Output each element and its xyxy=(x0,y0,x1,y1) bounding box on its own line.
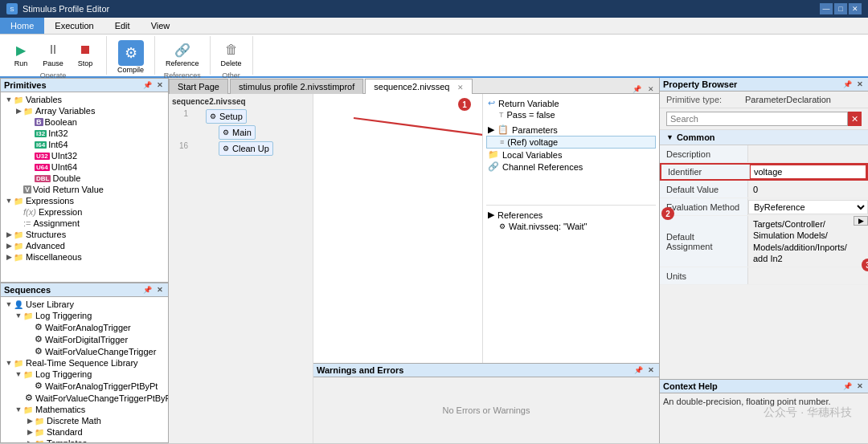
ribbon-tab-home[interactable]: Home xyxy=(0,18,44,34)
seq-node-setup[interactable]: ⚙ Setup xyxy=(206,109,247,124)
evaluation-method-select[interactable]: ByReference ByValue xyxy=(748,200,868,214)
parameters-item[interactable]: ▶ 📋 Parameters xyxy=(486,124,656,136)
tree-item-log-triggering-user[interactable]: ▼ 📁 Log Triggering xyxy=(2,310,166,321)
ref-voltage-label: (Ref) voltage xyxy=(507,137,558,147)
run-button[interactable]: ▶ Run xyxy=(6,38,35,70)
tree-item-log-triggering-rt[interactable]: ▼ 📁 Log Triggering xyxy=(2,369,166,380)
pass-item[interactable]: T Pass = false xyxy=(486,109,656,120)
tree-item-wait-analog-pt[interactable]: ⚙ WaitForAnalogTriggerPtByPt xyxy=(2,380,166,392)
sequences-pin[interactable]: 📌 xyxy=(141,286,154,294)
reference-icon: 🔗 xyxy=(173,40,192,59)
annotation-2: 2 xyxy=(661,207,674,220)
search-input[interactable] xyxy=(666,112,848,126)
default-assignment-value[interactable]: Targets/Controller/Simulation Models/Mod… xyxy=(748,216,854,267)
references-item[interactable]: ▶ References xyxy=(486,209,656,221)
editor-close[interactable]: ✕ xyxy=(646,85,656,93)
ribbon-tab-edit[interactable]: Edit xyxy=(104,18,141,34)
misc-label: Miscellaneous xyxy=(26,252,82,262)
close-button[interactable]: ✕ xyxy=(849,3,862,14)
context-help-close[interactable]: ✕ xyxy=(855,382,865,390)
units-label: Units xyxy=(660,267,748,284)
tab-seq2-close[interactable]: ✕ xyxy=(457,84,464,92)
tab-start-page[interactable]: Start Page xyxy=(169,79,228,94)
tree-item-expressions[interactable]: ▼ 📁 Expressions xyxy=(2,195,166,206)
variables-toggle[interactable]: ▼ xyxy=(4,96,14,104)
tree-item-uint32[interactable]: U32 UInt32 xyxy=(2,150,166,161)
array-variables-toggle[interactable]: ▶ xyxy=(14,107,23,115)
ribbon-content: ▶ Run ⏸ Pause ⏹ Stop Operate ⚙ Compile C… xyxy=(0,35,868,78)
editor-params-col: ↩ Return Variable T Pass = false ▶ xyxy=(482,94,659,363)
tab-stimulus-profile[interactable]: stimulus profile 2.nivsstimprof xyxy=(230,79,363,94)
delete-button[interactable]: 🗑 Delete xyxy=(217,38,246,70)
expressions-toggle[interactable]: ▼ xyxy=(4,197,14,205)
expression-icon: f(x) xyxy=(23,207,36,217)
ribbon-compile-buttons: ⚙ Compile xyxy=(113,38,148,76)
minimize-button[interactable]: — xyxy=(820,3,833,14)
tree-item-miscellaneous[interactable]: ▶ 📁 Miscellaneous xyxy=(2,251,166,263)
warnings-controls: 📌 ✕ xyxy=(633,366,656,374)
search-clear-button[interactable]: ✕ xyxy=(848,112,862,126)
tree-item-user-library[interactable]: ▼ 👤 User Library xyxy=(2,299,166,310)
primitives-close[interactable]: ✕ xyxy=(155,81,165,89)
references-label: References xyxy=(497,210,542,220)
units-value[interactable] xyxy=(748,275,868,278)
reference-button[interactable]: 🔗 Reference xyxy=(162,38,203,70)
tree-item-structures[interactable]: ▶ 📁 Structures xyxy=(2,229,166,240)
ribbon-tab-view[interactable]: View xyxy=(141,18,181,34)
default-assignment-browse[interactable]: ▶ xyxy=(854,216,868,226)
tree-item-wait-value-change[interactable]: ⚙ WaitForValueChangeTrigger xyxy=(2,345,166,357)
stop-button[interactable]: ⏹ Stop xyxy=(71,38,100,70)
tree-item-discrete-math[interactable]: ▶ 📁 Discrete Math xyxy=(2,415,166,426)
property-close[interactable]: ✕ xyxy=(855,80,865,88)
tree-item-standard[interactable]: ▶ 📁 Standard xyxy=(2,426,166,438)
local-vars-item[interactable]: 📁 Local Variables xyxy=(486,149,656,161)
tree-item-void[interactable]: V Void Return Value xyxy=(2,184,166,195)
tab-sequence2[interactable]: sequence2.nivsseq ✕ xyxy=(365,79,472,94)
boolean-label: Boolean xyxy=(45,117,77,127)
tree-item-uint64[interactable]: U64 UInt64 xyxy=(2,161,166,173)
tree-item-wait-value-pt[interactable]: ⚙ WaitForValueChangeTriggerPtByPt xyxy=(2,392,166,404)
channel-refs-item[interactable]: 🔗 Channel References xyxy=(486,161,656,173)
user-library-label: User Library xyxy=(26,299,74,309)
seq-node-cleanup[interactable]: ⚙ Clean Up xyxy=(219,141,273,156)
primitives-pin[interactable]: 📌 xyxy=(141,81,154,89)
tree-item-templates[interactable]: ▶ 📁 Templates xyxy=(2,438,166,443)
misc-toggle[interactable]: ▶ xyxy=(4,253,14,261)
maximize-button[interactable]: □ xyxy=(834,3,847,14)
return-var-item[interactable]: ↩ Return Variable xyxy=(486,97,656,109)
ribbon-tab-execution[interactable]: Execution xyxy=(44,18,104,34)
advanced-toggle[interactable]: ▶ xyxy=(4,242,14,250)
compile-button[interactable]: ⚙ Compile xyxy=(113,38,148,76)
warnings-pin[interactable]: 📌 xyxy=(633,366,645,374)
tree-item-wait-digital[interactable]: ⚙ WaitForDigitalTrigger xyxy=(2,333,166,345)
tree-item-double[interactable]: DBL Double xyxy=(2,173,166,184)
default-value-value[interactable]: 0 xyxy=(748,183,868,196)
seq-node-main[interactable]: ⚙ Main xyxy=(219,125,256,140)
tree-item-boolean[interactable]: B Boolean xyxy=(2,116,166,128)
identifier-input[interactable] xyxy=(750,165,866,179)
tree-item-wait-analog[interactable]: ⚙ WaitForAnalogTrigger xyxy=(2,321,166,333)
common-section-header[interactable]: ▼ Common xyxy=(660,130,868,145)
tree-item-assignment[interactable]: := Assignment xyxy=(2,218,166,229)
wait-analog-label: WaitForAnalogTrigger xyxy=(45,323,131,332)
wait-ref-item[interactable]: ⚙ Wait.nivsseq: "Wait" xyxy=(486,221,656,232)
tree-item-array-variables[interactable]: ▶ 📁 Array Variables xyxy=(2,105,166,116)
tree-item-rt-library[interactable]: ▼ 📁 Real-Time Sequence Library xyxy=(2,357,166,369)
structures-toggle[interactable]: ▶ xyxy=(4,230,14,238)
editor-pin[interactable]: 📌 xyxy=(631,85,643,93)
tree-item-advanced[interactable]: ▶ 📁 Advanced xyxy=(2,240,166,251)
context-help-pin[interactable]: 📌 xyxy=(841,382,854,390)
sequences-close[interactable]: ✕ xyxy=(155,286,165,294)
log-triggering-rt-label: Log Triggering xyxy=(35,369,92,379)
property-pin[interactable]: 📌 xyxy=(841,80,854,88)
tree-item-int32[interactable]: I32 Int32 xyxy=(2,128,166,139)
description-value[interactable] xyxy=(748,153,868,156)
title-bar-controls[interactable]: — □ ✕ xyxy=(820,3,862,14)
pause-button[interactable]: ⏸ Pause xyxy=(39,38,68,70)
tree-item-int64[interactable]: I64 Int64 xyxy=(2,139,166,150)
tree-item-expression[interactable]: f(x) Expression xyxy=(2,206,166,218)
tree-item-variables[interactable]: ▼ 📁 Variables xyxy=(2,94,166,105)
tree-item-mathematics[interactable]: ▼ 📁 Mathematics xyxy=(2,404,166,415)
warnings-close[interactable]: ✕ xyxy=(646,366,656,374)
ref-voltage-item[interactable]: ≡ (Ref) voltage xyxy=(486,136,656,149)
